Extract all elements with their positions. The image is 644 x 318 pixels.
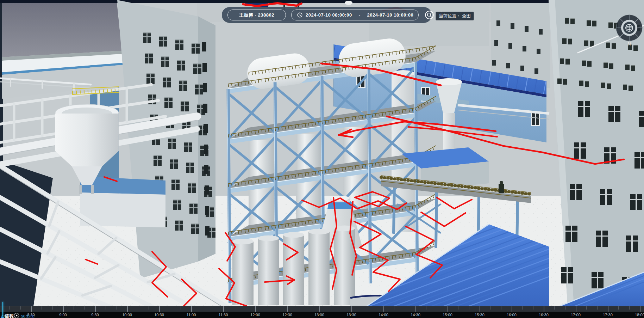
timeline-tick <box>95 306 96 312</box>
time-separator: - <box>359 12 361 18</box>
timeline-tick <box>522 306 523 310</box>
timeline-tick <box>234 306 234 310</box>
timeline-tick-label: 12:30 <box>282 313 292 317</box>
timeline-tick <box>629 306 630 310</box>
timeline-tick <box>394 306 394 310</box>
time-end: 2024-07-10 18:00:00 <box>367 12 414 18</box>
timeline-tick-label: 10:30 <box>154 313 164 317</box>
timeline-tick <box>362 306 362 310</box>
timeline-tick <box>480 306 480 312</box>
timeline-tick <box>319 306 320 312</box>
timeline-tick <box>490 306 490 310</box>
person-label: 王振博 - 238802 <box>239 12 274 18</box>
timeline-tick-label: 11:00 <box>187 313 196 317</box>
timeline-tick-label: 17:00 <box>571 313 581 317</box>
timeline-track[interactable] <box>0 306 644 312</box>
app-root: 王振博 - 238802 2024-07-10 08:00:00 - 2024-… <box>0 0 644 318</box>
timeline-tick <box>127 306 128 312</box>
timeline-tick <box>287 306 288 312</box>
timeline-tick-label: 14:30 <box>411 313 420 317</box>
toolbar: 王振博 - 238802 2024-07-10 08:00:00 - 2024-… <box>222 7 432 23</box>
timeline-tick <box>448 306 448 312</box>
timeline-tick <box>52 306 53 310</box>
timeline-tick <box>202 306 202 310</box>
timeline-tick <box>149 306 149 310</box>
timeline-tick <box>586 306 587 310</box>
timeline-tick <box>223 306 224 312</box>
timeline-tick-label: 18:00 <box>635 313 644 317</box>
timeline-tick-label: 15:30 <box>475 313 484 317</box>
timeline-tick <box>277 306 277 310</box>
timeline-tick <box>309 306 309 310</box>
speed-value[interactable]: 20 <box>1 314 5 318</box>
timeline-tick <box>458 306 458 310</box>
timeline-tick <box>640 306 640 312</box>
timeline-tick <box>191 306 192 312</box>
timeline-tick <box>42 306 42 310</box>
compass-north-label: N <box>628 42 631 47</box>
timeline-tick <box>181 306 181 310</box>
speed-label: 倍数 <box>5 313 14 318</box>
timeline-tick <box>31 306 32 312</box>
timeline-tick <box>170 306 170 310</box>
person-marker <box>499 184 504 193</box>
current-location-text: 当前位置： 全图 <box>439 13 471 18</box>
compass-widget[interactable]: N <box>615 14 644 47</box>
timeline-tick-label: 13:30 <box>346 313 356 317</box>
timeline-tick <box>544 306 544 312</box>
timeline-tick <box>501 306 501 310</box>
timeline-tick <box>373 306 373 310</box>
timeline-tick <box>117 306 117 310</box>
timeline-tick <box>533 306 533 310</box>
timeline-tick-label: 17:30 <box>603 313 613 317</box>
timeline-tick <box>213 306 213 310</box>
timeline-tick-label: 15:00 <box>443 313 452 317</box>
clock-icon <box>297 12 302 18</box>
timeline-tick <box>383 306 384 312</box>
topleft-roof-block <box>2 3 124 99</box>
timeline-tick-label: 14:00 <box>379 313 388 317</box>
timeline-tick <box>565 306 565 310</box>
timeline-tick <box>426 306 426 310</box>
person-selector[interactable]: 王振博 - 238802 <box>227 10 286 20</box>
timeline-tick-label: 16:00 <box>507 313 517 317</box>
timeline-tick <box>415 306 416 312</box>
timeline-tick <box>608 306 608 312</box>
timeline-tick <box>618 306 619 310</box>
3d-plant-viewport[interactable] <box>0 0 644 318</box>
time-start: 2024-07-10 08:00:00 <box>306 12 352 18</box>
timeline-tick-label: 12:00 <box>250 313 260 317</box>
timeline-tick <box>298 306 298 310</box>
globe-icon <box>626 24 633 31</box>
timeline-tick <box>554 306 555 310</box>
timeline-tick <box>20 306 21 310</box>
timeline-tick-label: 13:00 <box>314 313 324 317</box>
timeline-tick <box>63 306 64 312</box>
timeline-tick <box>405 306 405 310</box>
timeline-tick <box>330 306 330 310</box>
timeline-tick <box>597 306 598 310</box>
timeline-tick <box>159 306 160 312</box>
timeline-tick <box>245 306 245 310</box>
locate-icon[interactable] <box>425 10 434 20</box>
timeline-tick <box>74 306 74 310</box>
timeline-tick <box>138 306 138 310</box>
play-button[interactable] <box>14 313 19 318</box>
timeline-tick <box>106 306 106 310</box>
timeline-tick <box>266 306 266 310</box>
timeline-tick <box>576 306 576 312</box>
timeline-tick <box>10 306 10 310</box>
timeline-tick-label: 10:00 <box>122 313 132 317</box>
timeline-tick <box>512 306 512 312</box>
timeline-tick-label: 16:30 <box>539 313 549 317</box>
timeline-tick <box>469 306 469 310</box>
time-range-picker[interactable]: 2024-07-10 08:00:00 - 2024-07-10 18:00:0… <box>291 10 419 20</box>
timeline-tick <box>341 306 341 310</box>
playback-controls: 20 倍数 08:00:00 <box>0 312 106 318</box>
current-location-badge: 当前位置： 全图 <box>436 12 474 20</box>
playback-time: 08:00:00 <box>21 315 35 318</box>
timeline-tick <box>351 306 352 312</box>
timeline-tick <box>85 306 85 310</box>
timeline-tick-label: 11:30 <box>219 313 228 317</box>
timeline-tick <box>437 306 437 310</box>
